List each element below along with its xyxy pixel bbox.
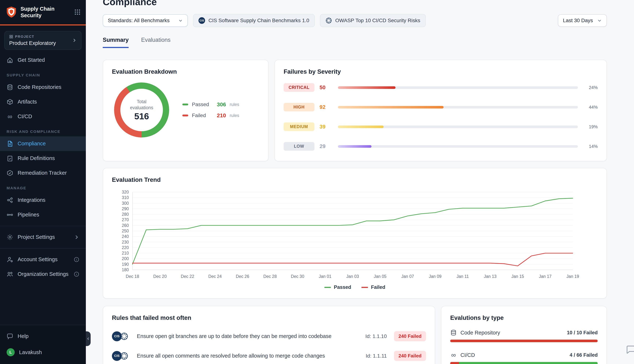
sidebar-item-code-repositories[interactable]: Code Repositories [0,80,86,94]
integrations-icon [7,197,13,204]
svg-text:250: 250 [122,228,129,233]
type-status: 10 / 10 Failed [567,330,598,336]
sidebar-item-artifacts[interactable]: Artifacts [0,94,86,109]
benchmark-chip-owasp[interactable]: OWASP Top 10 CI/CD Security Risks [320,14,426,27]
severity-bar-fill [338,86,396,89]
svg-text:Jan 17: Jan 17 [539,274,551,279]
legend-line [361,287,368,288]
project-info: PROJECT Product Exploratory [9,35,56,46]
sidebar-item-integrations[interactable]: Integrations [0,193,86,208]
card-title: Evaluation Trend [112,176,598,183]
svg-text:Jan 03: Jan 03 [346,274,359,279]
nav-group-label: MANAGE [0,180,86,193]
sidebar-nav: Get StartedSUPPLY CHAINCode Repositories… [0,53,86,222]
type-name: Code Repository [460,330,500,336]
evaluations-by-type-card: Evalutions by type Code Repository10 / 1… [441,306,607,364]
svg-text:Dec 24: Dec 24 [208,274,222,279]
card-title: Failures by Severity [284,68,598,75]
sidebar-item-organization-settings[interactable]: Organization Settings [0,267,86,282]
chevron-right-icon [74,234,79,240]
legend-value: 210 [217,112,226,118]
svg-text:Dec 26: Dec 26 [236,274,249,279]
sidebar-item-label: Remediation Tracker [18,170,67,176]
rule-text: Ensure open git branches are up to date … [137,333,360,339]
sidebar-item-compliance[interactable]: Compliance [0,136,86,151]
donut-center-label: Total evaluations [126,98,157,110]
severity-count: 50 [320,84,333,90]
sidebar-collapse-handle[interactable] [86,332,91,346]
severity-row: CRITICAL5024% [284,83,598,92]
tab-evaluations[interactable]: Evaluations [141,37,170,48]
sidebar-item-ci-cd[interactable]: ∞CI/CD [0,109,86,124]
trend-legend: PassedFailed [112,284,598,290]
tab-summary[interactable]: Summary [103,37,129,48]
breakdown-body: Total evaluations 516 Passed306rulesFail… [112,82,259,138]
divider [0,248,86,248]
rule-row[interactable]: CISEnsure open git branches are up to da… [112,326,426,346]
filter-row: Standards: All Benchmarks CIS CIS Softwa… [103,14,607,27]
sidebar-settings-section: Project Settings [0,230,86,244]
severity-bar-fill [338,126,384,128]
svg-text:Jan 15: Jan 15 [511,274,524,279]
apps-grid-icon[interactable] [74,9,81,16]
page-title: Compliance [103,0,607,7]
svg-text:200: 200 [122,256,129,261]
type-name: CI/CD [460,352,475,358]
evaluation-trend-card: Evaluation Trend 18019020021022023024025… [103,168,607,298]
rule-row[interactable]: CISEnsure all open comments are resolved… [112,346,426,364]
svg-text:Jan 13: Jan 13 [484,274,496,279]
brand-title: Supply Chain Security [21,6,55,19]
svg-text:210: 210 [122,251,129,256]
project-icon [9,35,13,39]
cis-icon: CIS [112,332,122,341]
brand-line2: Security [21,12,55,19]
sidebar-item-label: Project Settings [18,234,55,240]
brand-line1: Supply Chain [21,6,55,12]
severity-count: 39 [320,124,333,130]
page-header: Compliance [103,0,607,7]
home-icon [7,57,13,64]
user-menu[interactable]: L Lavakush [0,344,86,360]
rule-source-icons: CIS [112,332,131,341]
severity-badge: MEDIUM [284,122,314,131]
sidebar-item-remediation-tracker[interactable]: Remediation Tracker [0,166,86,180]
svg-text:300: 300 [122,201,129,206]
chat-bubble-icon[interactable] [625,344,634,355]
sidebar-item-label: Integrations [18,197,46,203]
user-gear-icon [7,256,13,263]
type-progress-bar [450,340,598,342]
sidebar-item-account-settings[interactable]: Account Settings [0,252,86,267]
date-range-dropdown[interactable]: Last 30 Days [558,14,607,27]
sidebar-item-label: Account Settings [18,256,58,262]
severity-bar [338,145,578,148]
sidebar-item-label: Pipelines [18,212,39,218]
svg-text:310: 310 [122,195,129,200]
breakdown-legend: Passed306rulesFailed210rules [182,96,239,123]
repo-icon [7,84,13,90]
type-progress-bar [450,362,598,364]
type-head: Code Repository10 / 10 Failed [450,329,598,336]
card-title: Rules that failed most often [112,314,426,321]
chevron-down-icon [597,18,602,23]
benchmark-chip-cis[interactable]: CIS CIS Software Supply Chain Benchmarks… [193,14,314,27]
sidebar-item-project-settings[interactable]: Project Settings [0,230,86,244]
evaluation-trend-chart: 1801902002102202302402502602702802903003… [112,187,596,283]
sidebar-item-rule-definitions[interactable]: Rule Definitions [0,151,86,166]
severity-percent: 24% [583,85,598,90]
compliance-icon [7,140,13,147]
sidebar-item-help[interactable]: Help [0,328,86,344]
svg-text:Jan 05: Jan 05 [374,274,386,279]
project-selector[interactable]: PROJECT Product Exploratory [5,31,82,50]
failed-rules-list: CISEnsure open git branches are up to da… [112,326,426,364]
standards-dropdown[interactable]: Standards: All Benchmarks [103,14,188,27]
date-range-label: Last 30 Days [563,18,593,24]
sidebar-item-get-started[interactable]: Get Started [0,53,86,68]
project-label-row: PROJECT [9,35,56,39]
project-name: Product Exploratory [9,40,56,46]
gear-icon [7,234,13,240]
sidebar-item-pipelines[interactable]: Pipelines [0,208,86,222]
chip-label: OWASP Top 10 CI/CD Security Risks [335,18,420,24]
severity-row: MEDIUM3919% [284,122,598,131]
severity-percent: 44% [583,105,598,110]
legend-value: 306 [217,101,226,108]
